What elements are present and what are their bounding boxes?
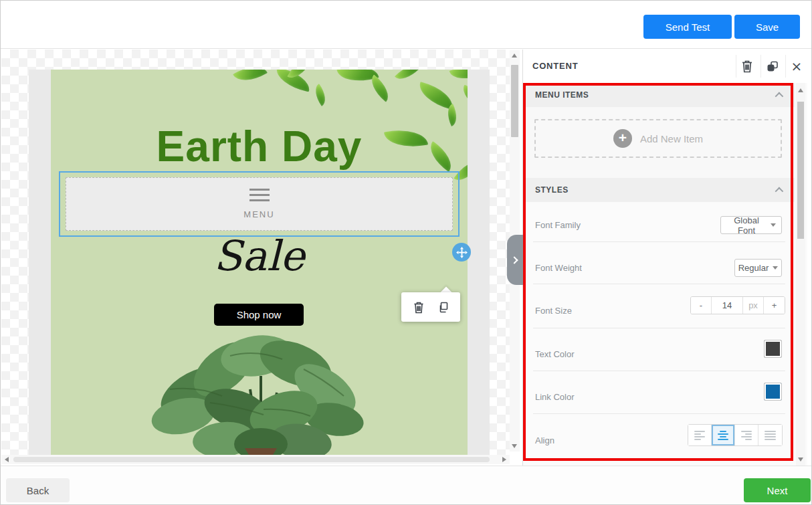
font-family-dropdown[interactable]: Global Font	[720, 216, 782, 234]
top-bar: Send Test Save	[1, 1, 812, 49]
email-builder-window: Send Test Save Earth Day	[0, 0, 812, 505]
styles-section-label: STYLES	[535, 185, 569, 195]
row-divider	[533, 241, 785, 242]
sale-script-text[interactable]: Sale	[51, 231, 468, 280]
collapse-chevron-icon[interactable]	[775, 187, 784, 195]
text-color-swatch[interactable]	[764, 340, 782, 358]
email-hero-section[interactable]: Earth Day MENU Sale Shop now	[51, 70, 468, 455]
link-color-label: Link Color	[535, 392, 575, 402]
chevron-right-icon	[510, 256, 518, 264]
delete-content-icon[interactable]	[737, 56, 757, 76]
selected-block-outline[interactable]: MENU	[59, 171, 460, 237]
font-size-unit: px	[743, 297, 764, 314]
font-weight-value: Regular	[738, 263, 769, 273]
delete-block-icon[interactable]	[413, 301, 425, 314]
font-size-value[interactable]: 14	[712, 297, 743, 314]
font-family-value: Global Font	[726, 215, 767, 235]
leaf-decoration	[458, 85, 468, 110]
back-button[interactable]: Back	[6, 478, 70, 502]
align-justify-button[interactable]	[758, 425, 782, 445]
menu-items-section-label: MENU ITEMS	[535, 90, 589, 100]
panel-collapse-handle[interactable]	[507, 235, 523, 285]
scroll-up-arrow[interactable]	[798, 88, 803, 92]
header-divider	[760, 55, 761, 78]
scrollbar-thumb[interactable]	[13, 457, 490, 462]
align-left-button[interactable]	[688, 425, 712, 445]
row-divider	[533, 460, 785, 460]
scrollbar-thumb[interactable]	[797, 102, 804, 239]
plant-image	[143, 329, 376, 455]
send-test-button[interactable]: Send Test	[643, 15, 732, 39]
scroll-left-arrow[interactable]	[5, 457, 9, 462]
scrollbar-thumb[interactable]	[511, 65, 518, 137]
font-size-label: Font Size	[535, 306, 572, 316]
email-title-text[interactable]: Earth Day	[51, 122, 468, 171]
caret-down-icon	[771, 223, 776, 227]
add-new-item-button[interactable]: + Add New Item	[534, 119, 782, 158]
leaf-decoration	[310, 84, 330, 106]
add-new-item-label: Add New Item	[640, 133, 703, 144]
align-button-group	[688, 424, 783, 446]
text-color-label: Text Color	[535, 349, 575, 359]
menu-items-body: + Add New Item	[523, 107, 795, 178]
row-divider	[533, 371, 785, 371]
menu-placeholder-label: MENU	[243, 209, 274, 219]
font-weight-label: Font Weight	[535, 263, 582, 273]
collapse-chevron-icon[interactable]	[775, 92, 784, 100]
header-divider	[785, 55, 786, 78]
styles-section-header[interactable]: STYLES	[523, 178, 795, 202]
canvas-horizontal-scrollbar[interactable]	[1, 455, 510, 464]
scroll-down-arrow[interactable]	[798, 458, 803, 462]
row-divider	[533, 328, 785, 328]
panel-header: CONTENT ×	[523, 49, 807, 83]
hamburger-menu-icon	[249, 189, 270, 201]
font-size-decrement-button[interactable]: -	[691, 297, 712, 314]
close-panel-icon[interactable]: ×	[787, 56, 807, 76]
next-button[interactable]: Next	[744, 478, 811, 502]
leaf-decoration	[395, 70, 420, 85]
scroll-up-arrow[interactable]	[512, 54, 517, 58]
scroll-right-arrow[interactable]	[502, 457, 506, 462]
font-size-increment-button[interactable]: +	[764, 297, 785, 314]
font-size-stepper: - 14 px +	[690, 296, 785, 314]
panel-title: CONTENT	[532, 61, 578, 71]
row-divider	[533, 413, 785, 414]
align-label: Align	[535, 435, 554, 445]
bottom-bar: Back Next	[1, 466, 812, 505]
duplicate-block-icon[interactable]	[437, 301, 449, 314]
font-family-label: Font Family	[535, 220, 581, 230]
save-button[interactable]: Save	[734, 15, 800, 39]
caret-down-icon	[773, 266, 778, 270]
font-weight-dropdown[interactable]: Regular	[734, 259, 782, 277]
align-right-button[interactable]	[735, 425, 758, 445]
plant-pot	[245, 448, 277, 455]
row-divider	[533, 284, 785, 284]
leaf-decoration	[233, 70, 268, 88]
shop-now-button[interactable]: Shop now	[214, 304, 304, 326]
scroll-down-arrow[interactable]	[512, 444, 517, 448]
align-center-button[interactable]	[712, 425, 735, 445]
menu-placeholder-block[interactable]: MENU	[66, 177, 453, 231]
leaf-decoration	[449, 70, 468, 85]
move-block-handle[interactable]	[452, 243, 471, 262]
plus-circle-icon: +	[613, 129, 632, 148]
settings-panel: CONTENT × MENU ITEMS + Add New Item	[522, 49, 807, 466]
link-color-swatch[interactable]	[764, 383, 782, 401]
menu-items-section-header[interactable]: MENU ITEMS	[523, 83, 795, 107]
block-action-toolbar	[401, 292, 460, 322]
panel-vertical-scrollbar[interactable]	[796, 83, 805, 466]
email-canvas: Earth Day MENU Sale Shop now	[1, 49, 510, 455]
duplicate-content-icon[interactable]	[762, 56, 782, 76]
header-divider	[736, 55, 736, 78]
